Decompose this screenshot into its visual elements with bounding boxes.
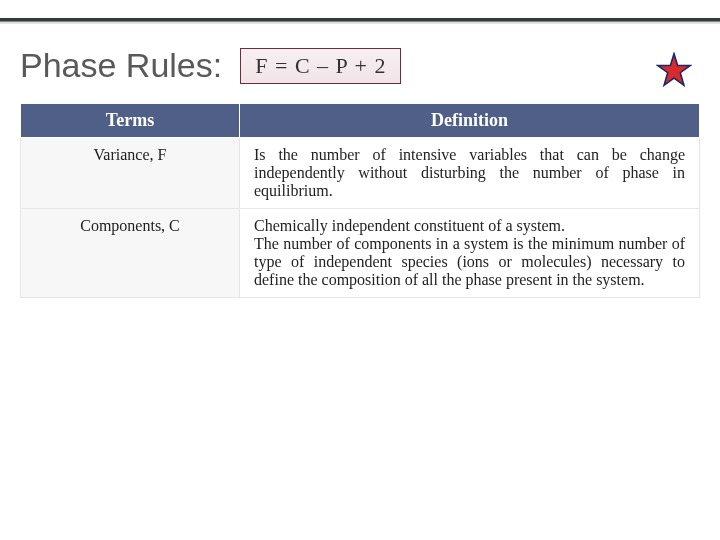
terms-table: Terms Definition Variance, F Is the numb… [20, 103, 700, 298]
column-header-definition: Definition [240, 104, 700, 138]
definition-cell: Is the number of intensive variables tha… [240, 138, 700, 209]
term-cell: Variance, F [21, 138, 240, 209]
term-cell: Components, C [21, 209, 240, 298]
formula-box: F = C – P + 2 [240, 48, 401, 84]
svg-marker-0 [658, 54, 690, 86]
page-title: Phase Rules: [20, 46, 222, 85]
definition-cell: Chemically independent constituent of a … [240, 209, 700, 298]
table-row: Variance, F Is the number of intensive v… [21, 138, 700, 209]
decorative-top-bar [0, 0, 720, 22]
star-icon [656, 52, 692, 88]
column-header-terms: Terms [21, 104, 240, 138]
table-row: Components, C Chemically independent con… [21, 209, 700, 298]
header: Phase Rules: F = C – P + 2 [0, 22, 720, 103]
